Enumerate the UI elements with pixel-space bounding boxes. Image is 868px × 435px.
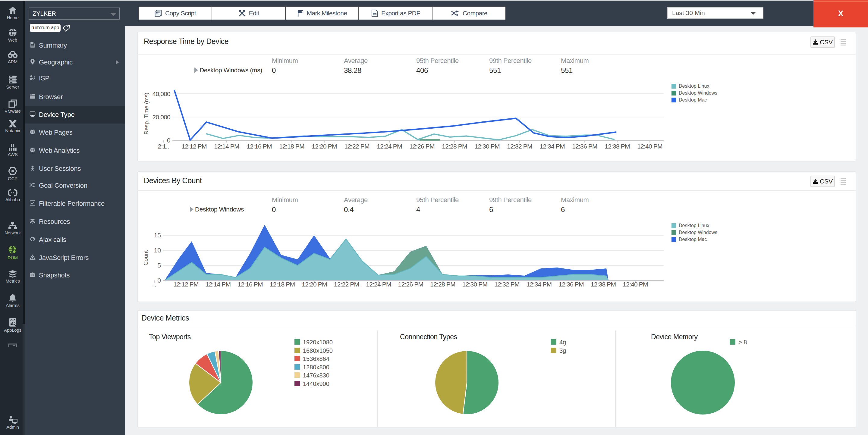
svg-text:12:16 PM: 12:16 PM xyxy=(247,143,272,150)
svg-text:12:20 PM: 12:20 PM xyxy=(302,281,327,288)
svg-text:40,000: 40,000 xyxy=(153,90,170,97)
svg-text:12:26 PM: 12:26 PM xyxy=(409,143,435,150)
svg-text:12:32 PM: 12:32 PM xyxy=(494,281,520,288)
svg-text:12:30 PM: 12:30 PM xyxy=(474,143,500,150)
svg-text:12:26 PM: 12:26 PM xyxy=(398,281,424,288)
svg-text:20,000: 20,000 xyxy=(153,113,170,121)
svg-text:2:1..: 2:1.. xyxy=(158,143,169,150)
svg-text:12:38 PM: 12:38 PM xyxy=(604,143,630,150)
svg-text:12:12 PM: 12:12 PM xyxy=(181,143,207,150)
svg-text:12:36 PM: 12:36 PM xyxy=(572,143,597,150)
svg-text:12:22 PM: 12:22 PM xyxy=(334,281,359,288)
svg-text:12:28 PM: 12:28 PM xyxy=(430,281,456,288)
svg-text:0: 0 xyxy=(157,277,161,284)
svg-text:12:14 PM: 12:14 PM xyxy=(206,281,231,288)
svg-text:Resp. Time (ms): Resp. Time (ms) xyxy=(143,93,150,134)
svg-text:10: 10 xyxy=(154,247,161,254)
svg-text:12:32 PM: 12:32 PM xyxy=(507,143,532,150)
svg-text:12:30 PM: 12:30 PM xyxy=(462,281,488,288)
svg-text:PDF: PDF xyxy=(373,13,376,15)
svg-text:12:34 PM: 12:34 PM xyxy=(527,281,552,288)
svg-text:15: 15 xyxy=(154,232,161,239)
svg-text:12:40 PM: 12:40 PM xyxy=(623,281,648,288)
svg-text:12:34 PM: 12:34 PM xyxy=(539,143,565,150)
svg-text:12:24 PM: 12:24 PM xyxy=(377,143,402,150)
svg-text:..: .. xyxy=(153,281,156,288)
svg-text:12:24 PM: 12:24 PM xyxy=(366,281,391,288)
svg-text:12:20 PM: 12:20 PM xyxy=(312,143,337,150)
svg-text:12:22 PM: 12:22 PM xyxy=(344,143,370,150)
svg-text:12:36 PM: 12:36 PM xyxy=(558,281,584,288)
svg-text:Count: Count xyxy=(143,250,149,265)
svg-text:12:18 PM: 12:18 PM xyxy=(270,281,295,288)
svg-text:5: 5 xyxy=(157,262,161,269)
svg-text:12:40 PM: 12:40 PM xyxy=(637,143,662,150)
svg-text:12:16 PM: 12:16 PM xyxy=(238,281,263,288)
svg-text:12:12 PM: 12:12 PM xyxy=(173,281,198,288)
svg-text:12:38 PM: 12:38 PM xyxy=(591,281,616,288)
svg-text:12:18 PM: 12:18 PM xyxy=(279,143,304,150)
svg-text:12:28 PM: 12:28 PM xyxy=(442,143,467,150)
svg-text:12:14 PM: 12:14 PM xyxy=(214,143,239,150)
